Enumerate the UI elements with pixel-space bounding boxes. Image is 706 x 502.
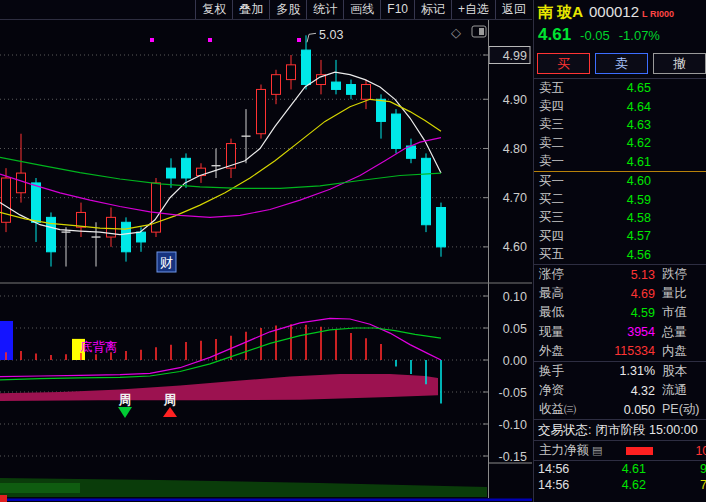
order-level-price: 4.62: [585, 136, 651, 150]
stat-row: 现量3954总量: [534, 322, 706, 341]
candle-down: [347, 85, 356, 95]
order-book-row[interactable]: 卖四4.64: [534, 97, 706, 115]
order-level-label: 卖四: [539, 98, 585, 115]
toolbar-button-叠加[interactable]: 叠加: [232, 0, 269, 19]
order-book-row[interactable]: 买四4.57: [534, 227, 706, 245]
indicator-axis-label: 0.10: [503, 290, 527, 304]
indicator-axis-label: -0.10: [499, 418, 528, 432]
order-level-price: 4.61: [585, 155, 651, 169]
main-fund-bar: [626, 447, 653, 455]
order-level-label: 卖二: [539, 135, 585, 152]
main-fund-row: 主力净额 ▤ 109: [534, 441, 706, 460]
indicator-axis-label: 0.05: [503, 322, 527, 336]
stat-value: 4.32: [585, 384, 655, 398]
trade-button-买[interactable]: 买: [537, 53, 590, 74]
main-fund-value: 109: [695, 444, 706, 458]
trade-button-撤[interactable]: 撤: [653, 53, 706, 74]
candle-up: [152, 183, 161, 232]
order-level-label: 卖三: [539, 116, 585, 133]
stat-value: 4.59: [585, 306, 655, 320]
order-book-row[interactable]: 卖三4.63: [534, 116, 706, 134]
toolbar-button-返回[interactable]: 返回: [495, 0, 532, 19]
stat-value: 5.13: [585, 268, 655, 282]
week-marker-label: 周: [118, 393, 132, 407]
stat-value: 0.050: [585, 403, 655, 417]
toolbar-button-多股[interactable]: 多股: [269, 0, 306, 19]
order-book-row[interactable]: 买二4.59: [534, 190, 706, 208]
price-row: 4.61 -0.05 -1.07%: [534, 22, 706, 49]
ma-fast-white: [0, 72, 441, 234]
order-book-row[interactable]: 买一4.60: [534, 172, 706, 190]
order-book-row[interactable]: 卖五4.65: [534, 79, 706, 97]
stock-name: 南 玻A: [538, 3, 583, 22]
quote-panel: 南 玻A 000012 L RI000 4.61 -0.05 -1.07% 买卖…: [533, 0, 706, 502]
chart-area[interactable]: 4.994.904.804.704.600.100.050.00-0.05-0.…: [0, 20, 532, 502]
stock-code: 000012: [589, 3, 639, 20]
stat-label: 换手: [539, 363, 585, 380]
stat-label: 外盘: [539, 343, 585, 360]
order-level-label: 卖一: [539, 153, 585, 170]
candle-down: [122, 222, 131, 252]
finance-news-badge-text: 财: [160, 255, 173, 270]
stat-row: 最低4.59市值: [534, 303, 706, 322]
toolbar-button-统计[interactable]: 统计: [306, 0, 343, 19]
price-axis-label: 4.70: [503, 191, 527, 205]
tick-trade-list: 14:564.61914:564.627: [534, 461, 706, 492]
indicator-axis-label: -0.05: [499, 386, 528, 400]
order-book-row[interactable]: 买三4.58: [534, 209, 706, 227]
order-book-row[interactable]: 卖一4.61: [534, 153, 706, 171]
ma-long-green: [0, 157, 441, 188]
candle-down: [332, 82, 341, 89]
candle-down: [422, 158, 431, 224]
candle-up: [17, 173, 26, 193]
stat-value: 1.31%: [585, 364, 655, 378]
candle-down: [167, 168, 176, 178]
toolbar-button-复权[interactable]: 复权: [195, 0, 232, 19]
order-book-row[interactable]: 买五4.56: [534, 246, 706, 264]
candle-up: [2, 178, 11, 222]
indicator-axis-label: 0.00: [503, 354, 527, 368]
trading-status-label: 交易状态:: [538, 422, 591, 439]
list-icon[interactable]: ▤: [592, 444, 602, 457]
candle-up: [272, 75, 281, 95]
stat-row: 外盘115334内盘: [534, 342, 706, 361]
candle-down: [32, 183, 41, 222]
order-level-label: 买五: [539, 246, 585, 263]
ma-mid-yellow: [0, 99, 441, 229]
price-axis-label: 4.80: [503, 142, 527, 156]
stock-tag: L RI000: [642, 9, 674, 19]
toolbar-button-画线[interactable]: 画线: [343, 0, 380, 19]
stat-label-2: 内盘: [662, 343, 687, 360]
week-marker-label: 周: [163, 393, 177, 407]
trade-time: 14:56: [538, 478, 590, 492]
toolbar-button-F10[interactable]: F10: [380, 0, 414, 19]
diamond-icon[interactable]: ◇: [451, 25, 461, 40]
top-toolbar: 复权叠加多股统计画线F10标记+自选返回: [0, 0, 532, 20]
main-fund-label: 主力净额: [539, 442, 589, 459]
price-axis-label: 4.99: [503, 49, 527, 63]
trading-status-value: 闭市阶段 15:00:00: [595, 422, 697, 439]
candle-up: [77, 212, 86, 227]
candlestick-and-indicator-chart[interactable]: 4.994.904.804.704.600.100.050.00-0.05-0.…: [0, 20, 532, 502]
order-book-row[interactable]: 卖二4.62: [534, 134, 706, 152]
stat-label-2: 量比: [662, 285, 687, 302]
split-screen-icon-fill: [479, 28, 484, 35]
dea-green: [0, 328, 441, 380]
trade-button-卖[interactable]: 卖: [595, 53, 648, 74]
order-level-label: 买四: [539, 228, 585, 245]
order-level-price: 4.64: [585, 100, 651, 114]
candle-up: [257, 89, 266, 133]
signal-dot: [150, 38, 154, 42]
stat-row: 净资4.32流通: [534, 381, 706, 400]
peak-price-annotation: 5.03: [319, 28, 343, 42]
toolbar-button-+自选[interactable]: +自选: [451, 0, 495, 19]
stat-row: 收益㈢0.050PE(动): [534, 400, 706, 419]
price-change-pct: -1.07%: [619, 28, 660, 43]
stat-label: 收益㈢: [539, 401, 585, 418]
order-level-price: 4.57: [585, 229, 651, 243]
stats-group-2: 换手1.31%股本净资4.32流通收益㈢0.050PE(动): [534, 362, 706, 420]
down-arrow-icon: [118, 407, 132, 418]
toolbar-button-标记[interactable]: 标记: [414, 0, 451, 19]
order-level-price: 4.63: [585, 118, 651, 132]
trade-price: 4.62: [590, 478, 646, 492]
